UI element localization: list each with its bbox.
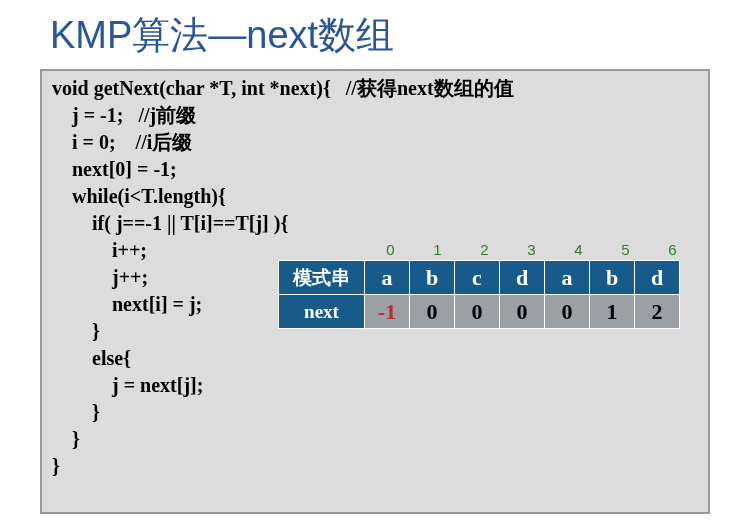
slide: KMP算法—next数组 void getNext(char *T, int *… bbox=[0, 0, 750, 528]
column-indices: 0 1 2 3 4 5 6 bbox=[367, 241, 696, 258]
pattern-cell: a bbox=[365, 261, 410, 295]
row-label-next: next bbox=[279, 295, 365, 329]
next-table-wrap: 0 1 2 3 4 5 6 模式串 a b c d a b d bbox=[278, 241, 696, 329]
next-cell: 0 bbox=[545, 295, 590, 329]
col-index: 3 bbox=[508, 241, 555, 258]
next-cell: 2 bbox=[635, 295, 680, 329]
pattern-cell: b bbox=[590, 261, 635, 295]
col-index: 5 bbox=[602, 241, 649, 258]
next-cell: -1 bbox=[365, 295, 410, 329]
next-cell: 0 bbox=[455, 295, 500, 329]
table-row: 模式串 a b c d a b d bbox=[279, 261, 680, 295]
pattern-cell: d bbox=[500, 261, 545, 295]
row-label-pattern: 模式串 bbox=[279, 261, 365, 295]
code-panel: void getNext(char *T, int *next){ //获得ne… bbox=[40, 69, 710, 514]
next-table: 模式串 a b c d a b d next -1 0 0 0 0 1 bbox=[278, 260, 680, 329]
col-index: 4 bbox=[555, 241, 602, 258]
table-row: next -1 0 0 0 0 1 2 bbox=[279, 295, 680, 329]
next-cell: 1 bbox=[590, 295, 635, 329]
pattern-cell: a bbox=[545, 261, 590, 295]
slide-title: KMP算法—next数组 bbox=[50, 10, 710, 61]
col-index: 6 bbox=[649, 241, 696, 258]
pattern-cell: c bbox=[455, 261, 500, 295]
col-index: 2 bbox=[461, 241, 508, 258]
col-index: 1 bbox=[414, 241, 461, 258]
next-cell: 0 bbox=[410, 295, 455, 329]
pattern-cell: b bbox=[410, 261, 455, 295]
col-index: 0 bbox=[367, 241, 414, 258]
pattern-cell: d bbox=[635, 261, 680, 295]
next-cell: 0 bbox=[500, 295, 545, 329]
